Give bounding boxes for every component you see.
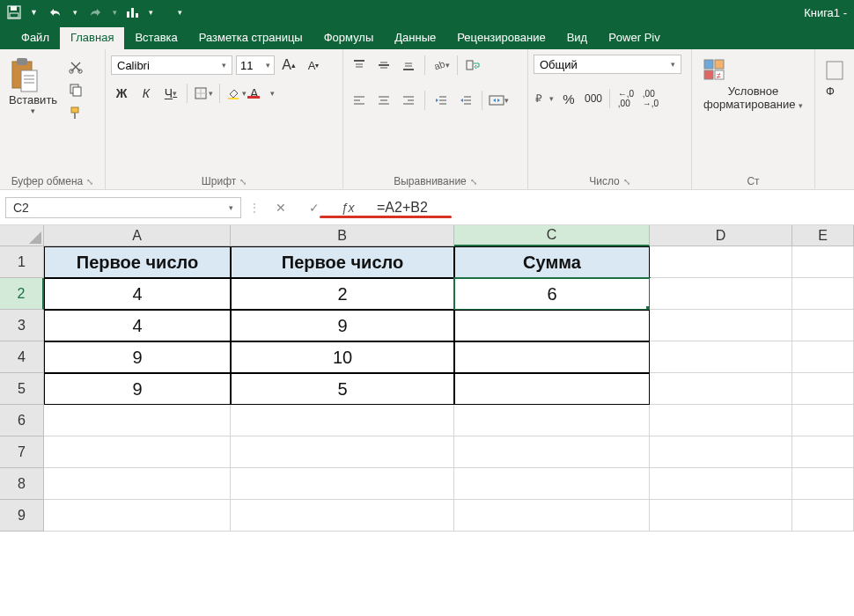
- cell-E7[interactable]: [792, 436, 854, 468]
- cell-B9[interactable]: [231, 500, 454, 532]
- cell-C3[interactable]: [454, 310, 650, 341]
- row-header-7[interactable]: 7: [0, 436, 44, 468]
- number-dialog-launcher[interactable]: ⤡: [623, 177, 630, 187]
- cell-A4[interactable]: 9: [44, 341, 231, 373]
- italic-button[interactable]: К: [136, 83, 157, 104]
- font-size-combo[interactable]: 11▾: [236, 55, 275, 75]
- copy-icon[interactable]: [66, 81, 85, 99]
- cell-B4[interactable]: 10: [231, 341, 454, 373]
- decrease-indent-icon[interactable]: [431, 90, 452, 111]
- row-header-3[interactable]: 3: [0, 310, 44, 341]
- alignment-dialog-launcher[interactable]: ⤡: [470, 177, 477, 187]
- tab-formulas[interactable]: Формулы: [313, 27, 385, 49]
- row-header-8[interactable]: 8: [0, 468, 44, 500]
- cell-D2[interactable]: [650, 278, 792, 310]
- cell-B1[interactable]: Первое число: [231, 246, 454, 278]
- col-header-B[interactable]: B: [231, 225, 454, 246]
- cell-D4[interactable]: [650, 341, 792, 373]
- tab-insert[interactable]: Вставка: [124, 27, 188, 49]
- number-format-combo[interactable]: Общий▾: [534, 55, 681, 74]
- increase-decimal-icon[interactable]: ←,0,00: [615, 88, 637, 109]
- tab-home[interactable]: Главная: [60, 27, 124, 49]
- increase-font-icon[interactable]: A▴: [278, 55, 299, 76]
- paste-dropdown[interactable]: ▾: [9, 106, 57, 115]
- enter-formula-icon[interactable]: ✓: [301, 197, 328, 218]
- paste-button[interactable]: Вставить ▾: [5, 55, 61, 117]
- format-painter-icon[interactable]: [66, 104, 85, 121]
- cell-C7[interactable]: [454, 436, 650, 468]
- cell-D7[interactable]: [650, 436, 792, 468]
- cell-A8[interactable]: [44, 468, 231, 500]
- cut-icon[interactable]: [66, 58, 85, 76]
- wrap-text-icon[interactable]: [463, 55, 484, 76]
- cancel-formula-icon[interactable]: ✕: [268, 197, 294, 218]
- decrease-font-icon[interactable]: A▾: [303, 55, 324, 76]
- name-box[interactable]: C2▾: [5, 197, 241, 218]
- formula-input[interactable]: =A2+B2: [368, 200, 849, 216]
- cell-E6[interactable]: [792, 405, 854, 436]
- merge-center-icon[interactable]: ▾: [488, 90, 509, 111]
- row-header-1[interactable]: 1: [0, 246, 44, 278]
- borders-button[interactable]: ▾: [193, 83, 214, 104]
- save-icon[interactable]: [7, 5, 21, 19]
- cell-E5[interactable]: [792, 373, 854, 405]
- cell-A9[interactable]: [44, 500, 231, 532]
- cell-D3[interactable]: [650, 310, 792, 341]
- redo-icon[interactable]: [86, 6, 104, 18]
- cell-D1[interactable]: [650, 246, 792, 278]
- font-name-combo[interactable]: Calibri▾: [111, 55, 232, 75]
- cell-D5[interactable]: [650, 373, 792, 405]
- cell-B6[interactable]: [231, 405, 454, 436]
- cell-D6[interactable]: [650, 405, 792, 436]
- row-header-6[interactable]: 6: [0, 405, 44, 436]
- cell-E8[interactable]: [792, 468, 854, 500]
- cell-A3[interactable]: 4: [44, 310, 231, 341]
- percent-format-icon[interactable]: %: [558, 88, 579, 109]
- insert-function-icon[interactable]: ƒx: [335, 197, 361, 218]
- undo-icon[interactable]: [47, 6, 64, 18]
- align-center-icon[interactable]: [373, 90, 394, 111]
- cell-B5[interactable]: 5: [231, 373, 454, 405]
- cell-C6[interactable]: [454, 405, 650, 436]
- qat-customize[interactable]: ▾: [178, 8, 182, 17]
- font-dialog-launcher[interactable]: ⤡: [239, 177, 247, 187]
- cell-A5[interactable]: 9: [44, 373, 231, 405]
- conditional-formatting-button[interactable]: ≠ Условное форматирование ▾: [697, 55, 809, 113]
- tab-review[interactable]: Рецензирование: [446, 27, 556, 49]
- cell-E4[interactable]: [792, 341, 854, 373]
- increase-indent-icon[interactable]: [455, 90, 476, 111]
- cell-E1[interactable]: [792, 246, 854, 278]
- row-header-2[interactable]: 2: [0, 278, 44, 310]
- cell-B7[interactable]: [231, 436, 454, 468]
- cell-E3[interactable]: [792, 310, 854, 341]
- row-header-4[interactable]: 4: [0, 341, 44, 373]
- row-header-9[interactable]: 9: [0, 500, 44, 532]
- qat-dropdown-1[interactable]: ▼: [30, 8, 38, 17]
- align-top-icon[interactable]: [349, 55, 370, 76]
- orientation-icon[interactable]: ab▾: [431, 55, 452, 76]
- cell-C8[interactable]: [454, 468, 650, 500]
- col-header-C[interactable]: C: [454, 225, 650, 246]
- cell-D8[interactable]: [650, 468, 792, 500]
- comma-format-icon[interactable]: 000: [583, 88, 604, 109]
- cell-B3[interactable]: 9: [231, 310, 454, 341]
- spreadsheet-grid[interactable]: A B C D E 1 Первое число Первое число Су…: [0, 225, 854, 532]
- cell-C5[interactable]: [454, 373, 650, 405]
- cell-B2[interactable]: 2: [231, 278, 454, 310]
- cell-A6[interactable]: [44, 405, 231, 436]
- cell-A7[interactable]: [44, 436, 231, 468]
- cell-B8[interactable]: [231, 468, 454, 500]
- cell-A2[interactable]: 4: [44, 278, 231, 310]
- cell-C4[interactable]: [454, 341, 650, 373]
- col-header-A[interactable]: A: [44, 225, 231, 246]
- undo-dropdown[interactable]: ▾: [73, 8, 77, 17]
- tab-page-layout[interactable]: Разметка страницы: [188, 27, 313, 49]
- row-header-5[interactable]: 5: [0, 373, 44, 405]
- cell-C1[interactable]: Сумма: [454, 246, 650, 278]
- cell-E9[interactable]: [792, 500, 854, 532]
- cell-C2[interactable]: 6: [454, 278, 650, 310]
- chart-dropdown[interactable]: ▾: [149, 8, 153, 17]
- col-header-D[interactable]: D: [650, 225, 792, 246]
- select-all-corner[interactable]: [0, 225, 44, 246]
- cell-E2[interactable]: [792, 278, 854, 310]
